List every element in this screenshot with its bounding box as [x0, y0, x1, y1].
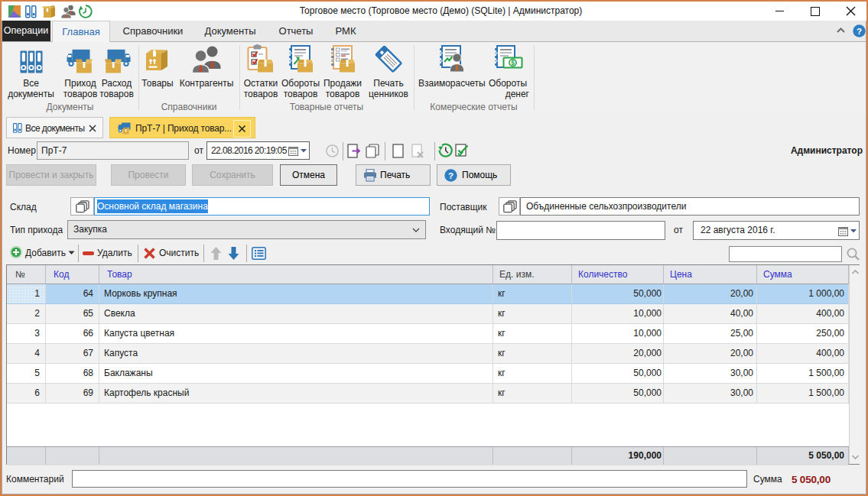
svg-text:?: ? — [448, 171, 454, 180]
svg-text:?: ? — [857, 27, 862, 36]
svg-text:$: $ — [511, 59, 515, 66]
